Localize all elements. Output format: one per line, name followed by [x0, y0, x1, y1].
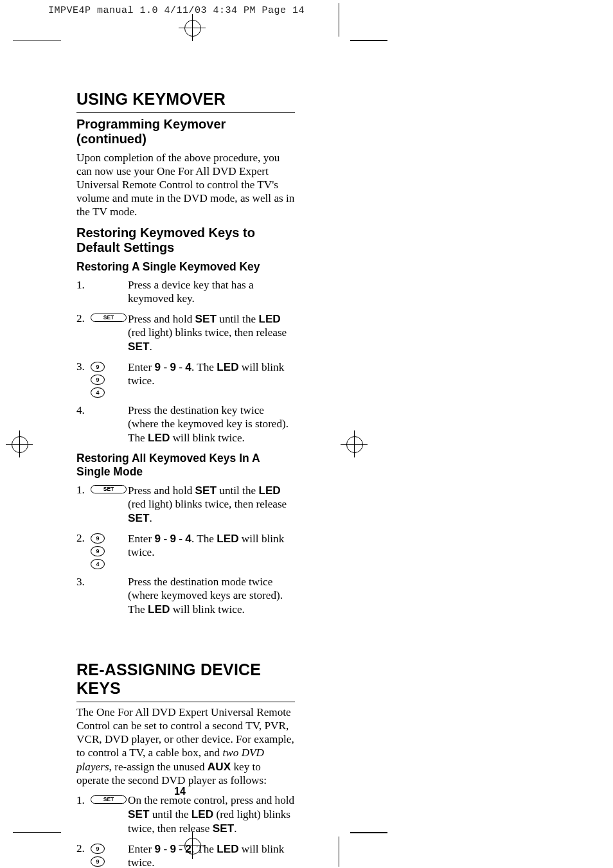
- step-icons: SET: [91, 312, 128, 323]
- step-icons: 9 9 4: [91, 360, 128, 398]
- t: SET: [128, 808, 149, 820]
- step-icons: [91, 279, 128, 280]
- restore-single-heading: Restoring A Single Keymoved Key: [76, 260, 295, 274]
- step-text: Enter 9 - 9 - 2. The LED will blink twic…: [128, 842, 295, 868]
- step-number: 1.: [76, 279, 91, 292]
- step-row: 1. Press a device key that has a keymove…: [76, 279, 295, 306]
- t: 9: [170, 842, 176, 855]
- step-row: 3. Press the destination mode twice (whe…: [76, 576, 295, 617]
- step-text: Press a device key that has a keymoved k…: [128, 279, 295, 306]
- t: will blink twice.: [170, 603, 244, 616]
- t: -: [176, 533, 185, 545]
- step-text: Press and hold SET until the LED (red li…: [128, 312, 295, 354]
- crop-mark: [339, 3, 339, 37]
- t: 9: [170, 532, 176, 545]
- t: . The: [191, 533, 217, 545]
- step-row: 4. Press the destination key twice (wher…: [76, 404, 295, 445]
- t: .: [149, 512, 152, 524]
- t: 4: [185, 532, 191, 545]
- t: SET: [213, 822, 234, 835]
- digit-key-icon: 9: [91, 844, 105, 854]
- intro-paragraph: The One For All DVD Expert Universal Rem…: [76, 706, 295, 788]
- t: SET: [195, 312, 217, 325]
- step-row: 2. 9 9 2 Enter 9 - 9 - 2. The LED will b…: [76, 842, 295, 868]
- step-number: 1.: [76, 484, 91, 497]
- t: LED: [148, 431, 170, 444]
- t: until the: [149, 808, 191, 820]
- step-number: 2.: [76, 312, 91, 326]
- section-heading-reassign: RE-ASSIGNING DEVICE KEYS: [76, 660, 295, 698]
- t: Press and hold: [128, 484, 195, 497]
- step-number: 3.: [76, 576, 91, 589]
- t: SET: [128, 511, 149, 524]
- t: LED: [217, 842, 238, 855]
- registration-circle-icon: [346, 436, 363, 453]
- t: -: [161, 361, 170, 373]
- page-number: 14: [0, 786, 360, 797]
- step-icons: 9 9 4: [91, 532, 128, 569]
- step-row: 1. SET Press and hold SET until the LED …: [76, 484, 295, 526]
- step-number: 2.: [76, 842, 91, 856]
- step-text: Press the destination mode twice (where …: [128, 576, 295, 617]
- restore-heading: Restoring Keymoved Keys to Default Setti…: [76, 226, 295, 255]
- registration-circle-icon: [184, 20, 201, 37]
- digit-key-icon: 9: [91, 546, 105, 556]
- t: 9: [155, 532, 161, 545]
- stub-rule: [350, 40, 387, 41]
- t: SET: [195, 484, 217, 497]
- registration-circle-icon: [12, 436, 28, 453]
- t: LED: [191, 808, 213, 820]
- t: will blink twice.: [170, 432, 244, 444]
- t: -: [176, 361, 185, 373]
- t: AUX: [208, 760, 231, 773]
- step-text: Press the destination key twice (where t…: [128, 404, 295, 445]
- t: LED: [217, 360, 238, 373]
- t: Enter: [128, 361, 155, 373]
- step-row: 3. 9 9 4 Enter 9 - 9 - 4. The LED will b…: [76, 360, 295, 398]
- t: Enter: [128, 843, 155, 855]
- t: until the: [217, 484, 258, 497]
- crop-mark: [13, 40, 61, 40]
- step-icons: [91, 576, 128, 577]
- step-row: 1. SET On the remote control, press and …: [76, 794, 295, 836]
- t: -: [176, 843, 185, 855]
- crop-mark: [13, 832, 61, 833]
- step-icons: [91, 404, 128, 405]
- t: -: [161, 533, 170, 545]
- step-number: 4.: [76, 404, 91, 418]
- t: 9: [155, 842, 161, 855]
- set-key-icon: SET: [91, 314, 127, 323]
- intro-paragraph: Upon completion of the above procedure, …: [76, 152, 295, 219]
- digit-key-icon: 4: [91, 559, 105, 569]
- restore-all-heading: Restoring All Keymoved Keys In A Single …: [76, 452, 295, 479]
- t: . The: [191, 361, 217, 373]
- t: Press and hold: [128, 313, 195, 325]
- step-icons: 9 9 2: [91, 842, 128, 868]
- page-content: USING KEYMOVER Programming Keymover (con…: [76, 90, 295, 868]
- t: LED: [258, 484, 280, 497]
- digit-key-icon: 9: [91, 856, 105, 867]
- digit-key-icon: 9: [91, 375, 105, 385]
- step-number: 3.: [76, 360, 91, 374]
- heading-rule: [76, 112, 295, 113]
- t: 2: [185, 842, 191, 855]
- t: . The: [191, 843, 217, 855]
- t: LED: [258, 312, 280, 325]
- t: , re-assign the unused: [109, 761, 208, 773]
- print-slug: IMPVE4P manual 1.0 4/11/03 4:34 PM Page …: [48, 5, 305, 16]
- t: -: [161, 843, 170, 855]
- t: .: [234, 822, 236, 835]
- set-key-icon: SET: [91, 485, 127, 494]
- t: (red light) blinks twice, then release: [128, 498, 287, 510]
- step-text: Enter 9 - 9 - 4. The LED will blink twic…: [128, 360, 295, 388]
- step-row: 2. SET Press and hold SET until the LED …: [76, 312, 295, 354]
- digit-key-icon: 4: [91, 387, 105, 398]
- t: .: [149, 341, 152, 353]
- t: LED: [148, 603, 170, 616]
- stub-rule: [350, 832, 387, 833]
- t: until the: [217, 313, 258, 325]
- subsection-heading: Programming Keymover (continued): [76, 117, 295, 146]
- t: 9: [155, 360, 161, 373]
- t: (red light) blinks twice, then release: [128, 326, 287, 339]
- step-text: Enter 9 - 9 - 4. The LED will blink twic…: [128, 532, 295, 560]
